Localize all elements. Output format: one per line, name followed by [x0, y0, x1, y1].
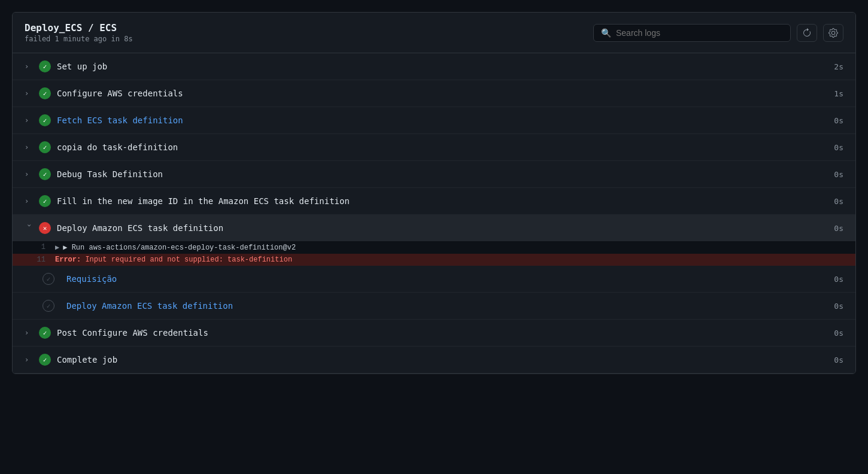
step-duration: 1s — [834, 89, 843, 98]
step-name: Fetch ECS task definition — [57, 116, 834, 125]
chevron-right-icon: › — [25, 329, 34, 337]
chevron-right-icon: › — [25, 197, 34, 205]
header-title-block: Deploy_ECS / ECS failed 1 minute ago in … — [25, 22, 133, 43]
status-success-icon: ✓ — [39, 114, 51, 126]
line-number: 1 — [25, 243, 45, 251]
header-controls: 🔍 — [593, 24, 843, 42]
main-container: Deploy_ECS / ECS failed 1 minute ago in … — [12, 12, 856, 374]
status-success-icon: ✓ — [39, 141, 51, 153]
step-duration: 0s — [834, 116, 843, 125]
steps-container: › ✓ Set up job 2s › ✓ Configure AWS cred… — [13, 53, 855, 373]
log-line[interactable]: 1 ▶▶ Run aws-actions/amazon-ecs-deploy-t… — [13, 241, 855, 254]
step-name: copia do task-definition — [57, 142, 834, 152]
chevron-right-icon: › — [25, 62, 34, 71]
settings-button[interactable] — [823, 24, 843, 42]
step-row[interactable]: › ✓ Configure AWS credentials 1s — [13, 80, 855, 107]
status-success-icon: ✓ — [39, 354, 51, 366]
status-skipped-icon: ✓ — [43, 273, 54, 285]
sub-item-row[interactable]: ✓ Deploy Amazon ECS task definition 0s — [13, 293, 855, 320]
status-success-icon: ✓ — [39, 168, 51, 180]
step-name: Fill in the new image ID in the Amazon E… — [57, 196, 834, 206]
sub-item-row[interactable]: ✓ Requisição 0s — [13, 266, 855, 293]
log-area: 1 ▶▶ Run aws-actions/amazon-ecs-deploy-t… — [13, 241, 855, 266]
step-name: Configure AWS credentials — [57, 89, 834, 98]
step-row[interactable]: › ✓ Fill in the new image ID in the Amaz… — [13, 188, 855, 215]
log-content: ▶▶ Run aws-actions/amazon-ecs-deploy-tas… — [55, 243, 296, 252]
status-success-icon: ✓ — [39, 87, 51, 99]
page-subtitle: failed 1 minute ago in 8s — [25, 35, 133, 43]
error-keyword: Error: — [55, 256, 81, 264]
line-number: 11 — [25, 256, 45, 264]
status-success-icon: ✓ — [39, 195, 51, 207]
expanded-step-name: Deploy Amazon ECS task definition — [57, 223, 834, 233]
status-skipped-icon: ✓ — [43, 300, 54, 312]
step-name: Set up job — [57, 62, 834, 71]
search-input[interactable] — [616, 28, 783, 38]
search-icon: 🔍 — [601, 28, 611, 38]
step-name: Post Configure AWS credentials — [57, 328, 834, 338]
refresh-icon — [802, 28, 812, 38]
step-duration: 0s — [834, 143, 843, 152]
step-row[interactable]: › ✓ Debug Task Definition 0s — [13, 161, 855, 188]
error-message: Input required and not supplied: task-de… — [81, 256, 292, 264]
chevron-right-icon: › — [25, 143, 34, 151]
sub-item-name: Requisição — [66, 274, 834, 284]
step-row[interactable]: › ✓ Set up job 2s — [13, 53, 855, 80]
sub-item-name: Deploy Amazon ECS task definition — [66, 301, 834, 311]
page-title: Deploy_ECS / ECS — [25, 22, 133, 34]
status-error-icon: ✕ — [39, 222, 51, 234]
step-duration: 0s — [834, 329, 843, 338]
expanded-step-duration: 0s — [834, 224, 843, 233]
sub-item-duration: 0s — [834, 275, 843, 284]
chevron-right-icon: › — [25, 89, 34, 98]
step-row[interactable]: › ✓ Post Configure AWS credentials 0s — [13, 320, 855, 347]
refresh-button[interactable] — [797, 24, 817, 42]
step-duration: 2s — [834, 62, 843, 71]
chevron-right-icon: › — [25, 170, 34, 178]
search-box[interactable]: 🔍 — [593, 24, 791, 42]
sub-item-duration: 0s — [834, 302, 843, 311]
step-duration: 0s — [834, 356, 843, 364]
expanded-step-row[interactable]: › ✕ Deploy Amazon ECS task definition 0s — [13, 215, 855, 241]
log-content: Error: Input required and not supplied: … — [55, 256, 292, 264]
step-duration: 0s — [834, 170, 843, 179]
status-success-icon: ✓ — [39, 327, 51, 339]
step-name: Debug Task Definition — [57, 169, 834, 179]
chevron-right-icon: › — [25, 116, 34, 124]
gear-icon — [828, 28, 838, 38]
chevron-down-icon: › — [25, 223, 34, 233]
log-line-error[interactable]: 11 Error: Input required and not supplie… — [13, 254, 855, 266]
header: Deploy_ECS / ECS failed 1 minute ago in … — [13, 13, 855, 53]
step-duration: 0s — [834, 197, 843, 206]
triangle-icon: ▶ — [55, 244, 59, 252]
step-row[interactable]: › ✓ Complete job 0s — [13, 347, 855, 373]
step-row[interactable]: › ✓ Fetch ECS task definition 0s — [13, 107, 855, 134]
step-row[interactable]: › ✓ copia do task-definition 0s — [13, 134, 855, 161]
chevron-right-icon: › — [25, 356, 34, 364]
status-success-icon: ✓ — [39, 60, 51, 72]
step-name: Complete job — [57, 355, 834, 364]
